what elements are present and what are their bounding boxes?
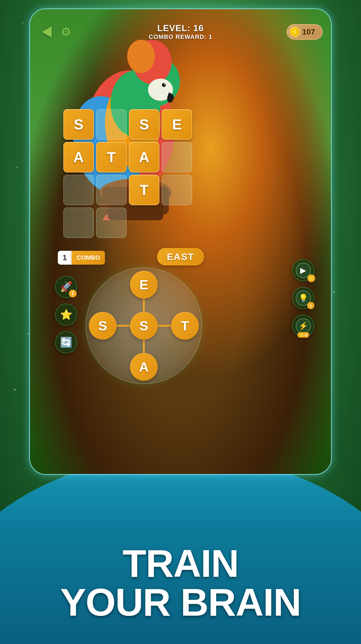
- letter-wheel[interactable]: E A S T S: [86, 267, 202, 384]
- tagline: TRAIN YOUR BRAIN: [0, 544, 361, 622]
- back-button[interactable]: [38, 24, 55, 40]
- tile-t2: T: [129, 175, 159, 205]
- video-coin-icon: 🪙: [307, 274, 315, 282]
- hint-badge: 1: [307, 302, 314, 309]
- svg-point-9: [162, 83, 166, 87]
- level-label: LEVEL: 16: [74, 23, 287, 33]
- back-icon: [42, 26, 52, 37]
- lightning-coin: 🪙: [300, 333, 304, 337]
- combo-label: COMBO: [72, 251, 105, 265]
- rocket-button[interactable]: 🚀 2: [55, 276, 77, 298]
- tagline-line1: TRAIN: [0, 544, 361, 583]
- parrot-background: [30, 9, 331, 474]
- lightning-button[interactable]: ⚡ 🪙 0: [292, 315, 314, 337]
- wheel-letter-a[interactable]: A: [130, 353, 158, 381]
- tile-s1: S: [63, 109, 94, 140]
- tile-a2: A: [129, 142, 159, 172]
- lightning-badge: 🪙 0: [297, 332, 309, 338]
- current-word: EAST: [167, 251, 194, 262]
- wheel-letter-center-s[interactable]: S: [130, 312, 158, 340]
- refresh-icon: 🔄: [60, 337, 72, 348]
- rocket-badge: 2: [69, 290, 77, 297]
- tile-a1: A: [63, 142, 94, 172]
- lightning-btn-inner: ⚡: [296, 318, 311, 334]
- tile-empty-3: [63, 175, 94, 205]
- coins-display: ⭐ 107: [287, 24, 323, 40]
- combo-number: 1: [58, 251, 72, 265]
- video-button[interactable]: ▶ 🪙: [292, 259, 314, 281]
- left-buttons: 🚀 2 ⭐ 🔄: [55, 276, 77, 354]
- combo-reward-label: COMBO REWARD: 1: [74, 33, 287, 41]
- refresh-button[interactable]: 🔄: [55, 331, 77, 354]
- svg-point-10: [164, 84, 165, 85]
- tile-s2: S: [129, 109, 159, 140]
- coin-icon: ⭐: [290, 27, 300, 37]
- settings-button[interactable]: ⚙: [58, 24, 74, 40]
- tile-empty-2: [162, 142, 192, 172]
- svg-point-6: [127, 40, 155, 73]
- right-buttons: ▶ 🪙 💡 1 ⚡ 🪙 0: [292, 259, 314, 337]
- star-button[interactable]: ⭐: [55, 304, 77, 326]
- tile-empty-7: [96, 207, 127, 238]
- header: ⚙ LEVEL: 16 COMBO REWARD: 1 ⭐ 107: [30, 23, 331, 41]
- tile-empty-5: [162, 175, 192, 205]
- coin-count: 107: [302, 27, 315, 36]
- hint-button[interactable]: 💡 1: [292, 287, 314, 309]
- wheel-circle: E A S T S: [86, 267, 202, 384]
- hint-icon: 💡: [299, 294, 308, 303]
- combo-badge: 1 COMBO: [58, 251, 105, 265]
- tagline-line2: YOUR BRAIN: [0, 583, 361, 622]
- word-display: EAST: [157, 248, 204, 265]
- video-icon: ▶: [300, 266, 306, 275]
- tile-empty-1: [96, 109, 127, 140]
- wheel-letter-t[interactable]: T: [171, 312, 199, 340]
- tile-t1: T: [96, 142, 127, 172]
- phone-frame: ⚙ LEVEL: 16 COMBO REWARD: 1 ⭐ 107 S S E …: [29, 8, 332, 475]
- lightning-icon: ⚡: [299, 321, 308, 330]
- wheel-letter-s[interactable]: S: [89, 312, 117, 340]
- tile-e1: E: [162, 109, 192, 140]
- gear-icon: ⚙: [61, 25, 71, 39]
- star-icon: ⭐: [60, 309, 72, 320]
- word-grid: S S E A T A T: [63, 109, 192, 238]
- tile-empty-6: [63, 207, 94, 238]
- wheel-letter-e[interactable]: E: [130, 271, 158, 299]
- tile-empty-4: [96, 175, 127, 205]
- header-center: LEVEL: 16 COMBO REWARD: 1: [74, 23, 287, 41]
